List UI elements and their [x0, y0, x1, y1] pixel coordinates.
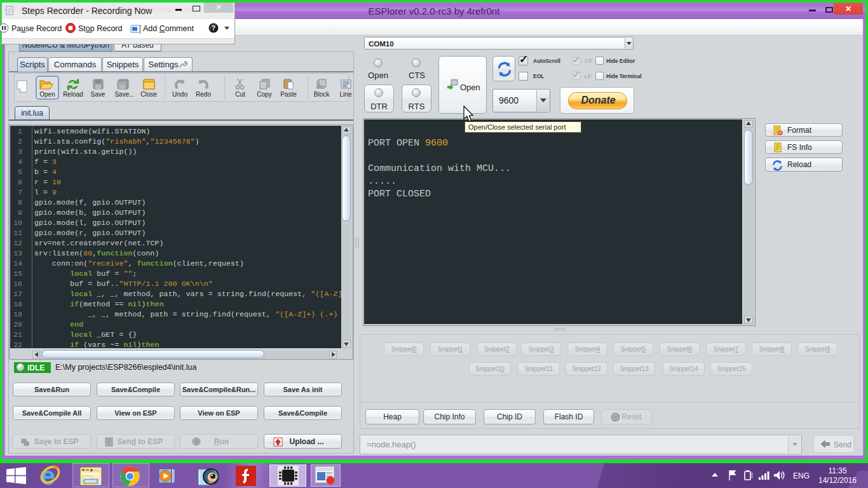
svg-text:?: ?	[212, 25, 215, 32]
